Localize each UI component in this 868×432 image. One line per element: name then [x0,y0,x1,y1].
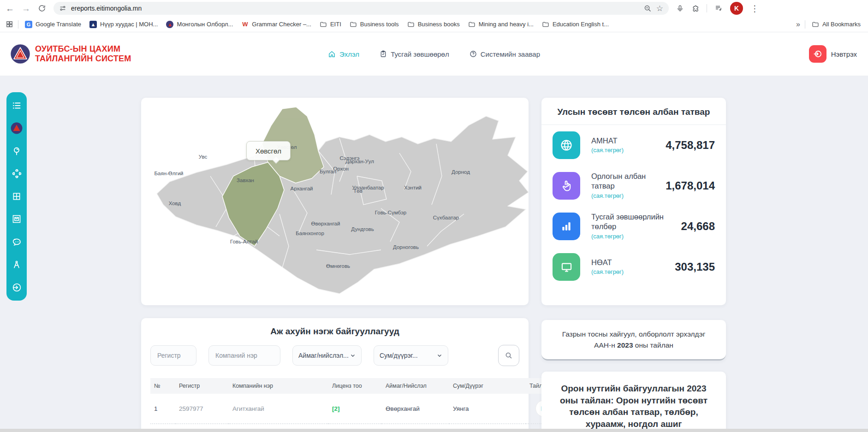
stat-label: НӨАТ [591,258,624,267]
menu-list-icon[interactable] [11,100,23,112]
hand-pointer-icon [553,172,580,200]
register-input[interactable] [150,345,196,366]
folder-icon [350,21,357,28]
login-arrow-icon[interactable] [11,281,23,293]
login-arrow-icon [809,45,826,63]
company-name-input[interactable] [208,345,280,366]
question-circle-icon [470,50,477,58]
eiti-emblem-icon [10,44,30,64]
bookmark-folder-eiti[interactable]: EITI [318,19,343,30]
companies-card: Аж ахуйн нэгж байгууллагууд Аймаг/нийслэ… [141,318,529,432]
sum-select[interactable]: Сум/дүүрэг... [374,345,448,366]
folder-icon [320,21,327,28]
grammarly-favicon: W [241,21,249,28]
site-header: ОУИТБС-ЫН ЦАХИМ ТАЙЛАНГИЙН СИСТЕМ Эхлэл [0,32,868,76]
bookmark-folder-education[interactable]: Education English t... [540,19,611,30]
microphone-icon[interactable] [676,5,684,12]
folder-icon [407,21,415,28]
bookmark-google-translate[interactable]: G Google Translate [23,19,83,30]
stat-unit: (сая.төгрөг) [591,233,624,240]
main-nav: Эхлэл Тусгай зөвшөөрөл Системийн заавар [328,50,540,58]
login-button[interactable]: Нэвтрэх [809,45,857,63]
reload-icon[interactable] [38,4,46,12]
stat-unit: (сая.төгрөг) [591,268,624,275]
gov-favicon: ▲ [89,21,97,28]
stat-amnat: АМНАТ (сая.төгрөг) 4,758,817 [541,125,726,166]
folder-icon [542,21,549,28]
chevron-down-icon [350,353,356,358]
table-row: 1 2597977 Агитхангай [2] Өвөрхангай Уянг… [150,394,562,424]
profile-avatar[interactable]: K [730,2,743,15]
bookmark-grammar-checker[interactable]: W Grammar Checker –... [239,19,313,30]
back-icon[interactable]: ← [6,4,14,13]
stat-value: 1,678,014 [666,179,715,192]
folder-icon [468,21,476,28]
compass-icon[interactable] [11,259,23,271]
stat-vat: НӨАТ (сая.төгрөг) 303,135 [541,247,726,287]
national-budget-stats-card: Улсын төсөвт төлсөн албан татвар АМНАТ (… [541,98,726,305]
site-logo[interactable]: ОУИТБС-ЫН ЦАХИМ ТАЙЛАНГИЙН СИСТЕМ [10,44,131,64]
zoom-out-icon[interactable] [644,5,652,12]
bookmark-folder-mining[interactable]: Mining and heavy i... [466,19,535,30]
stats-title: Улсын төсөвт төлсөн албан татвар [541,98,726,124]
petroleum-report-card[interactable]: Газрын тосны хайгуул, олборлолт эрхэлдэг… [541,320,726,361]
bookmark-folder-business-books[interactable]: Business books [405,19,462,30]
aimag-select[interactable]: Аймаг/нийслэл... [292,345,362,366]
search-button[interactable] [498,345,519,366]
bookmarks-overflow-icon[interactable]: » [796,20,800,29]
network-icon[interactable] [11,168,23,180]
browser-menu-icon[interactable]: ⋮ [750,4,759,13]
page-content: ОУИТБС-ЫН ЦАХИМ ТАЙЛАНГИЙН СИСТЕМ Эхлэл [0,32,868,432]
folder-icon [812,21,819,28]
bookmark-star-icon[interactable]: ☆ [656,5,663,12]
bookmarks-divider-2 [805,20,805,29]
extensions-icon[interactable] [691,5,699,12]
bookmarks-bar: G Google Translate ▲ Нүүр хуудас | МОН..… [0,17,868,32]
bookmark-eiti-mongolia[interactable]: ▲ Монголын Олборл... [164,19,235,30]
stat-income-tax: Орлогын албан татвар (сая.төгрөг) 1,678,… [541,166,726,206]
company-filters: Аймаг/нийслэл... Сум/дүүрэг... [150,345,519,366]
address-bar[interactable]: ereports.eitimongolia.mn ☆ [54,2,669,15]
all-bookmarks[interactable]: All Bookmarks [810,19,862,30]
bookmark-gov-home[interactable]: ▲ Нүүр хуудас | МОН... [88,19,160,30]
forward-icon[interactable]: → [22,4,30,13]
eiti-logo-icon[interactable] [11,122,23,134]
stat-label: Тусгай зөвшөөрлийн төлбөр [591,212,681,231]
site-title: ОУИТБС-ЫН ЦАХИМ ТАЙЛАНГИЙН СИСТЕМ [35,44,131,63]
nav-system-guide[interactable]: Системийн заавар [470,50,540,58]
map-tooltip: Хөвсгөл [246,141,291,160]
monitor-icon [553,253,580,281]
browser-toolbar: ← → ereports.eitimongolia.mn ☆ [0,0,868,17]
bookmarks-divider [18,20,18,29]
site-info-icon[interactable] [59,5,66,12]
mongolia-map-card: УвсБаян-ӨлгийХовдЗавханХөвсгөлСэлэнгэДар… [141,98,529,305]
search-icon[interactable] [11,145,23,157]
stat-license-fee: Тусгай зөвшөөрлийн төлбөр (сая.төгрөг) 2… [541,206,726,247]
toolbar-divider [707,4,707,12]
reading-list-icon[interactable] [714,4,723,12]
stat-unit: (сая.төгрөг) [591,147,624,154]
nav-special-license[interactable]: Тусгай зөвшөөрөл [380,50,449,58]
mongolia-map[interactable] [141,98,529,305]
bar-chart-icon [553,213,580,240]
companies-title: Аж ахуйн нэгж байгууллагууд [150,326,519,337]
browser-window: ← → ereports.eitimongolia.mn ☆ [0,0,868,432]
bookmark-folder-business-tools[interactable]: Business tools [348,19,401,30]
search-icon [505,351,513,360]
grid-icon[interactable] [11,190,23,202]
stat-value: 24,668 [681,220,715,233]
local-budget-report-card[interactable]: Орон нутгийн байгууллагын 2023 оны тайла… [541,372,726,432]
chat-icon[interactable] [11,236,23,248]
globe-icon [553,131,580,159]
companies-table: № Регистр Компанийн нэр Лиценз тоо Аймаг… [150,378,562,432]
window-bottom-edge [0,429,868,432]
stat-label: Орлогын албан татвар [591,172,666,190]
toolbar-right: K ⋮ [676,2,759,15]
home-icon [328,50,336,58]
stat-unit: (сая.төгрөг) [591,192,624,199]
table-header-row: № Регистр Компанийн нэр Лиценз тоо Аймаг… [150,378,562,394]
url-text[interactable]: ereports.eitimongolia.mn [71,5,639,12]
mail-icon[interactable] [11,213,23,225]
nav-home[interactable]: Эхлэл [328,50,359,58]
apps-grid-icon[interactable] [6,20,13,28]
